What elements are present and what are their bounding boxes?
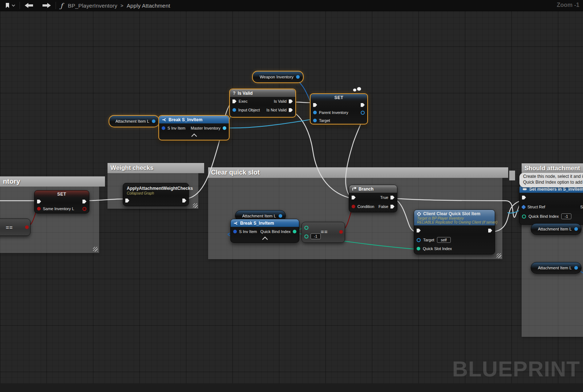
bookmark-icon[interactable]	[5, 2, 10, 9]
equal-op-label: ==	[6, 224, 13, 230]
exec-out-valid-pin[interactable]	[289, 99, 293, 103]
node-get-weapon-inventory[interactable]: Weapon Inventory	[252, 71, 304, 83]
pin-label: S Inv Item	[167, 126, 186, 130]
breadcrumb[interactable]: BP_PlayerInventory > Apply Attachment	[68, 3, 170, 9]
variable-label: Attachment Item L	[116, 119, 149, 123]
rpc-node-subtitle2: RELIABLE Replicated To Owning Client (if…	[417, 220, 492, 224]
comment-inventory-title[interactable]: ntory	[0, 176, 105, 187]
node-get-attachment-item-r1[interactable]: Attachment Item L	[531, 223, 582, 235]
object-out-pin[interactable]	[361, 111, 365, 115]
exec-out-pin[interactable]	[488, 229, 492, 233]
node-apply-attachment-weight-checks[interactable]: ApplyAttachmentWeightChecks Collapsed Gr…	[123, 183, 189, 206]
node-get-attachment-item-r2[interactable]: Attachment Item L	[531, 262, 582, 274]
int-default-value[interactable]: -1	[311, 233, 321, 239]
pin-label: Target	[423, 238, 434, 242]
back-button[interactable]	[24, 3, 34, 8]
object-out-pin[interactable]	[574, 227, 578, 231]
exec-true-pin[interactable]	[390, 196, 394, 200]
struct-ref-pin[interactable]	[521, 205, 526, 209]
target-value-field[interactable]: self	[437, 237, 451, 243]
exec-in-pin[interactable]	[417, 229, 421, 233]
forward-button[interactable]	[42, 3, 51, 8]
object-out-pin[interactable]	[296, 75, 300, 79]
node-set-members-s-invitem[interactable]: Set members in S_InvItem Struct Ref Stru…	[519, 185, 583, 225]
struct-icon	[522, 187, 527, 191]
node-branch[interactable]: Branch True Condition False	[349, 185, 397, 212]
int-in-pin[interactable]	[417, 247, 420, 250]
tooltip-line2: Quick Bind Index option to add the	[523, 179, 583, 185]
set-node-title: SET	[35, 191, 89, 198]
object-out-pin[interactable]	[223, 126, 226, 130]
node-get-attachment-item-top[interactable]: Attachment Item L	[109, 115, 159, 127]
exec-in-pin[interactable]	[37, 200, 41, 204]
pin-label: Input Object	[238, 108, 260, 112]
comment-clear-quick-slot-title[interactable]: Clear quick slot	[208, 167, 508, 178]
comment-weight-checks-resize-handle[interactable]	[193, 203, 198, 208]
pin-label: Is Valid	[274, 99, 287, 103]
bool-pin[interactable]	[37, 207, 41, 211]
pin-label: Quick Slot Index	[423, 246, 452, 251]
bool-out-pin[interactable]	[339, 230, 343, 234]
pin-label: Struct (	[580, 205, 583, 209]
struct-pin[interactable]	[162, 126, 165, 130]
node-indicator-bubble	[353, 89, 356, 91]
bookmark-dropdown-chevron-icon[interactable]	[12, 4, 15, 7]
pin-label: Target	[319, 118, 330, 123]
comment-weight-checks-title[interactable]: Weight checks	[108, 163, 204, 173]
object-pin[interactable]	[232, 108, 236, 112]
break-struct-icon	[162, 118, 166, 122]
node-set-same-inventory[interactable]: SET Same Inventory L	[34, 190, 89, 213]
exec-in-pin[interactable]	[125, 199, 129, 203]
object-out-pin[interactable]	[152, 119, 155, 123]
node-break-s-invitem-top[interactable]: Break S_InvItem S Inv Item Master Invent…	[158, 115, 230, 140]
exec-out-pin[interactable]	[361, 103, 365, 107]
node-break-s-invitem-mid[interactable]: Break S_InvItem S Inv Item Quick Bind In…	[230, 219, 299, 243]
breadcrumb-root[interactable]: BP_PlayerInventory	[68, 3, 117, 9]
exec-out-invalid-pin[interactable]	[289, 108, 293, 112]
struct-pin[interactable]	[233, 230, 237, 233]
exec-out-pin[interactable]	[82, 200, 86, 204]
node-set-parent-inventory[interactable]: SET Parent Inventory Target	[310, 93, 368, 124]
exec-in-pin[interactable]	[232, 99, 236, 103]
object-pin[interactable]	[313, 119, 317, 122]
int-in-pin[interactable]	[522, 215, 526, 219]
node-indicator-bubble	[357, 87, 361, 91]
node-equal-left[interactable]: ==	[0, 219, 31, 236]
variable-label: Attachment Item L	[538, 227, 572, 231]
pin-label: Master Inventory	[191, 126, 220, 130]
object-out-pin[interactable]	[279, 214, 282, 218]
comment-should-attachment-title[interactable]: Should attachment	[522, 163, 583, 173]
canvas-bottom-strip	[0, 383, 583, 392]
object-pin[interactable]	[313, 111, 317, 114]
int-out-pin[interactable]	[293, 230, 296, 233]
pin-label: Condition	[357, 204, 374, 209]
comment-inventory-resize-handle[interactable]	[93, 247, 98, 252]
qbi-value-field[interactable]: -1	[561, 213, 571, 219]
pin-label: Quick Bind Index	[529, 214, 559, 219]
pin-label: S Inv Item	[239, 229, 257, 234]
exec-in-pin[interactable]	[313, 103, 317, 107]
pin-label: Quick Bind Index	[260, 229, 291, 234]
bool-out-pin[interactable]	[82, 207, 86, 211]
tooltip-line1: Create this node, select it and in th	[523, 173, 583, 179]
expand-chevron-icon[interactable]	[191, 134, 197, 139]
bool-out-pin[interactable]	[25, 225, 29, 229]
node-client-clear-quick-slot-item[interactable]: Client Clear Quick Slot Item Target is B…	[414, 209, 495, 254]
int-in-pin[interactable]	[304, 226, 308, 230]
exec-in-pin[interactable]	[352, 196, 356, 200]
exec-in-pin[interactable]	[522, 196, 526, 200]
pin-label: Is Not Valid	[267, 108, 287, 112]
comment-clear-quick-slot-resize-handle[interactable]	[497, 253, 501, 258]
variable-label: Attachment Item L	[242, 214, 276, 218]
branch-title: Branch	[359, 187, 373, 192]
int-in-pin[interactable]	[304, 234, 308, 238]
expand-chevron-icon[interactable]	[262, 237, 268, 242]
object-out-pin[interactable]	[574, 266, 578, 270]
exec-out-pin[interactable]	[182, 199, 186, 203]
node-is-valid[interactable]: ? Is Valid Exec Is Valid Input Object Is…	[229, 89, 296, 118]
pin-label: Same Inventory L	[43, 207, 74, 211]
target-self-pin[interactable]	[417, 238, 421, 242]
exec-false-pin[interactable]	[390, 205, 394, 209]
node-equal-mid[interactable]: -1 ==	[301, 222, 345, 243]
bool-pin[interactable]	[352, 205, 355, 208]
